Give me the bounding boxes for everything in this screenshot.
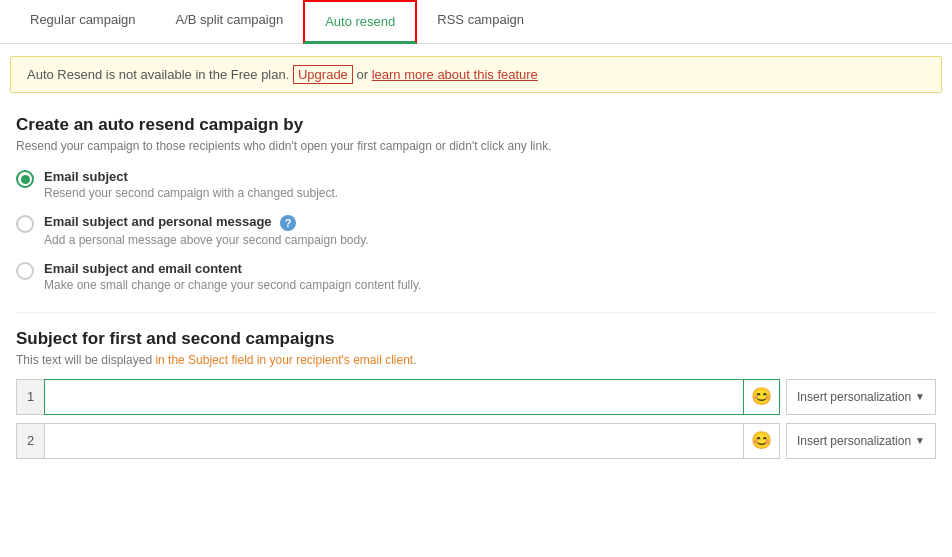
radio-desc-1: Resend your second campaign with a chang…: [44, 186, 338, 200]
emoji-button-1[interactable]: 😊: [744, 379, 780, 415]
subtitle-before: This text will be displayed: [16, 353, 155, 367]
subject-row-1: 1 😊 Insert personalization ▼: [16, 379, 936, 415]
insert-btn-label-2: Insert personalization: [797, 434, 911, 448]
radio-title-2: Email subject and personal message ?: [44, 214, 369, 231]
section-subtitle: Resend your campaign to those recipients…: [16, 139, 936, 153]
radio-desc-3: Make one small change or change your sec…: [44, 278, 421, 292]
radio-label-2: Email subject and personal message ? Add…: [44, 214, 369, 247]
subject-section: Subject for first and second campaigns T…: [16, 312, 936, 459]
radio-circle-2[interactable]: [16, 215, 34, 233]
emoji-button-2[interactable]: 😊: [744, 423, 780, 459]
radio-label-3: Email subject and email content Make one…: [44, 261, 421, 292]
upgrade-link[interactable]: Upgrade: [293, 65, 353, 84]
subject-num-1: 1: [16, 379, 44, 415]
learn-more-link[interactable]: learn more about this feature: [372, 67, 538, 82]
tab-auto-resend[interactable]: Auto resend: [303, 0, 417, 44]
radio-circle-3[interactable]: [16, 262, 34, 280]
upgrade-banner: Auto Resend is not available in the Free…: [10, 56, 942, 93]
radio-option-email-subject[interactable]: Email subject Resend your second campaig…: [16, 169, 936, 200]
main-content: Create an auto resend campaign by Resend…: [0, 105, 952, 477]
radio-option-email-subject-personal[interactable]: Email subject and personal message ? Add…: [16, 214, 936, 247]
tab-ab[interactable]: A/B split campaign: [156, 0, 304, 44]
radio-option-email-subject-content[interactable]: Email subject and email content Make one…: [16, 261, 936, 292]
tab-regular[interactable]: Regular campaign: [10, 0, 156, 44]
tab-rss[interactable]: RSS campaign: [417, 0, 544, 44]
dropdown-arrow-1: ▼: [915, 391, 925, 402]
radio-title-3: Email subject and email content: [44, 261, 421, 276]
banner-text-middle: or: [356, 67, 371, 82]
radio-desc-2: Add a personal message above your second…: [44, 233, 369, 247]
tabs-bar: Regular campaign A/B split campaign Auto…: [0, 0, 952, 44]
subject-section-title: Subject for first and second campaigns: [16, 329, 936, 349]
banner-text-before: Auto Resend is not available in the Free…: [27, 67, 289, 82]
subtitle-after: .: [413, 353, 416, 367]
subject-input-1[interactable]: [44, 379, 744, 415]
subtitle-highlight: in the Subject field in your recipient's…: [155, 353, 413, 367]
subject-row-2: 2 😊 Insert personalization ▼: [16, 423, 936, 459]
insert-personalization-button-2[interactable]: Insert personalization ▼: [786, 423, 936, 459]
radio-circle-1[interactable]: [16, 170, 34, 188]
section-title: Create an auto resend campaign by: [16, 115, 936, 135]
subject-section-subtitle: This text will be displayed in the Subje…: [16, 353, 936, 367]
insert-btn-label-1: Insert personalization: [797, 390, 911, 404]
radio-title-1: Email subject: [44, 169, 338, 184]
help-icon[interactable]: ?: [280, 215, 296, 231]
subject-input-2[interactable]: [44, 423, 744, 459]
insert-personalization-button-1[interactable]: Insert personalization ▼: [786, 379, 936, 415]
dropdown-arrow-2: ▼: [915, 435, 925, 446]
subject-num-2: 2: [16, 423, 44, 459]
radio-label-1: Email subject Resend your second campaig…: [44, 169, 338, 200]
